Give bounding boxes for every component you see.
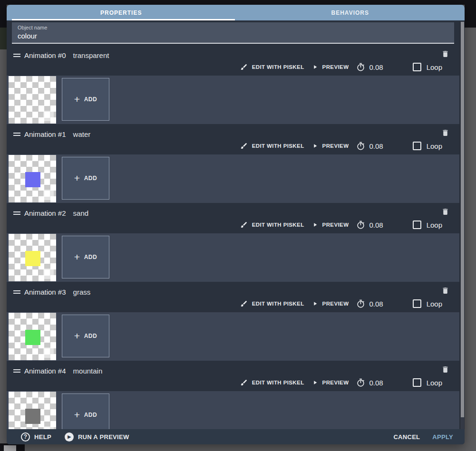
animation-name[interactable]: transparent [73, 51, 109, 59]
tab-behaviors[interactable]: BEHAVIORS [236, 5, 465, 20]
object-editor-dialog: PROPERTIES BEHAVIORS Object name colour … [7, 5, 465, 444]
apply-button[interactable]: APPLY [432, 433, 453, 441]
delete-animation-button[interactable] [440, 128, 450, 137]
footer-actions: CANCEL APPLY [393, 433, 453, 441]
trash-icon [441, 49, 449, 58]
drag-handle-icon[interactable] [13, 368, 21, 374]
add-frame-button[interactable]: + ADD [62, 78, 109, 121]
animation-name[interactable]: water [73, 130, 91, 138]
loop-toggle[interactable]: Loop [413, 378, 442, 387]
time-value[interactable]: 0.08 [369, 300, 383, 308]
animation-name[interactable]: mountain [73, 367, 103, 375]
brush-icon [240, 300, 248, 307]
trash-icon [441, 128, 449, 137]
scrollbar-track[interactable] [460, 21, 464, 429]
preview-button[interactable]: PREVIEW [312, 221, 349, 228]
animation-title: Animation #2 [24, 209, 66, 217]
time-value[interactable]: 0.08 [369, 379, 383, 387]
animation-header: Animation #4 mountain EDIT WITH PISKEL [7, 361, 459, 391]
loop-toggle[interactable]: Loop [413, 63, 442, 71]
edit-with-piskel-button[interactable]: EDIT WITH PISKEL [240, 142, 304, 150]
add-frame-button[interactable]: + ADD [62, 315, 109, 357]
plus-icon: + [74, 331, 80, 341]
scrollbar-thumb[interactable] [461, 22, 464, 417]
preview-label: PREVIEW [322, 143, 349, 149]
drag-handle-icon[interactable] [13, 210, 21, 216]
loop-checkbox[interactable] [413, 221, 421, 229]
animation-section: Animation #4 mountain EDIT WITH PISKEL [7, 361, 459, 434]
animation-name[interactable]: grass [73, 288, 91, 296]
time-between-frames[interactable]: 0.08 [356, 299, 383, 308]
animation-header: Animation #1 water EDIT WITH PISKEL [7, 124, 459, 154]
cancel-button[interactable]: CANCEL [393, 433, 420, 441]
add-frame-button[interactable]: + ADD [62, 393, 109, 434]
edit-with-piskel-button[interactable]: EDIT WITH PISKEL [240, 221, 304, 229]
frame-corner-overlay [43, 190, 54, 200]
time-between-frames[interactable]: 0.08 [356, 63, 383, 72]
object-name-field[interactable]: Object name colour [12, 22, 454, 44]
drag-handle-icon[interactable] [13, 131, 21, 137]
frame-thumbnail[interactable] [9, 76, 56, 124]
backdrop-left-scene [0, 28, 7, 49]
add-frame-label: ADD [84, 175, 97, 182]
dialog-footer: ? HELP ▶ RUN A PREVIEW CANCEL APPLY [7, 429, 465, 444]
animations-list: Animation #0 transparent EDIT WITH PISKE… [7, 45, 459, 434]
trash-icon [441, 365, 449, 374]
edit-with-piskel-button[interactable]: EDIT WITH PISKEL [240, 379, 304, 386]
time-value[interactable]: 0.08 [369, 221, 383, 229]
add-frame-button[interactable]: + ADD [62, 236, 109, 278]
time-between-frames[interactable]: 0.08 [356, 142, 383, 151]
frame-color-square [25, 330, 40, 345]
loop-label: Loop [427, 221, 442, 229]
time-between-frames[interactable]: 0.08 [356, 378, 383, 387]
brush-icon [240, 63, 248, 71]
frame-thumbnail[interactable] [9, 392, 56, 434]
brush-icon [240, 142, 248, 150]
delete-animation-button[interactable] [440, 286, 450, 295]
frames-strip: + ADD [7, 312, 459, 361]
object-name-label: Object name [18, 25, 448, 30]
frame-thumbnail[interactable] [9, 313, 56, 360]
drag-handle-icon[interactable] [13, 52, 21, 58]
frame-thumbnail[interactable] [9, 234, 56, 281]
object-name-value[interactable]: colour [18, 32, 448, 40]
delete-animation-button[interactable] [440, 365, 450, 374]
frame-thumbnail[interactable] [9, 155, 56, 202]
time-value[interactable]: 0.08 [369, 142, 383, 150]
animation-title: Animation #3 [24, 288, 66, 296]
edit-with-piskel-button[interactable]: EDIT WITH PISKEL [240, 63, 304, 71]
frame-corner-overlay [43, 269, 54, 279]
loop-toggle[interactable]: Loop [413, 221, 442, 229]
edit-with-piskel-button[interactable]: EDIT WITH PISKEL [240, 300, 304, 307]
delete-animation-button[interactable] [440, 49, 450, 58]
run-a-preview-button[interactable]: ▶ RUN A PREVIEW [65, 432, 129, 441]
help-circle-icon: ? [21, 432, 30, 441]
tab-bar: PROPERTIES BEHAVIORS [7, 5, 465, 20]
animation-section: Animation #3 grass EDIT WITH PISKEL [7, 282, 459, 361]
frames-strip: + ADD [7, 233, 459, 282]
preview-button[interactable]: PREVIEW [312, 379, 349, 386]
frames-strip: + ADD [7, 391, 459, 434]
animation-name[interactable]: sand [73, 209, 89, 217]
time-between-frames[interactable]: 0.08 [356, 221, 383, 230]
time-value[interactable]: 0.08 [369, 63, 383, 71]
loop-checkbox[interactable] [413, 63, 421, 71]
frames-strip: + ADD [7, 154, 459, 203]
loop-toggle[interactable]: Loop [413, 299, 442, 308]
tab-properties[interactable]: PROPERTIES [7, 5, 236, 20]
add-frame-button[interactable]: + ADD [62, 157, 109, 200]
preview-button[interactable]: PREVIEW [312, 300, 349, 307]
preview-button[interactable]: PREVIEW [312, 64, 349, 70]
help-button[interactable]: ? HELP [21, 432, 51, 441]
preview-button[interactable]: PREVIEW [312, 143, 349, 149]
loop-checkbox[interactable] [413, 378, 421, 387]
drag-handle-icon[interactable] [13, 289, 21, 295]
preview-label: PREVIEW [322, 222, 349, 228]
loop-checkbox[interactable] [413, 299, 421, 308]
play-icon [312, 300, 318, 307]
loop-checkbox[interactable] [413, 142, 421, 150]
delete-animation-button[interactable] [440, 207, 450, 216]
trash-icon [441, 286, 449, 295]
loop-toggle[interactable]: Loop [413, 142, 442, 150]
animation-section: Animation #1 water EDIT WITH PISKEL [7, 124, 459, 203]
